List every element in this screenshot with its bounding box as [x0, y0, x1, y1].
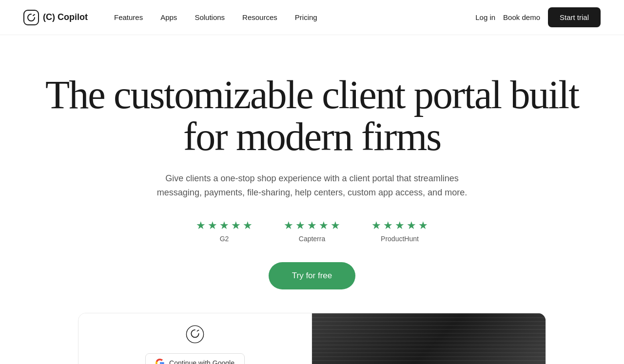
- preview-texture: [312, 313, 546, 364]
- g2-label: G2: [220, 235, 229, 243]
- svg-rect-0: [24, 10, 39, 25]
- preview-section: Continue with Google: [23, 313, 601, 364]
- g2-stars: ★ ★ ★ ★ ★: [196, 219, 253, 232]
- star-1: ★: [371, 219, 381, 232]
- nav-links: Features Apps Solutions Resources Pricin…: [107, 9, 475, 25]
- try-for-free-button[interactable]: Try for free: [269, 262, 356, 289]
- star-1: ★: [196, 219, 206, 232]
- preview-copilot-icon: [182, 325, 208, 344]
- star-4: ★: [407, 219, 416, 232]
- star-5: ★: [243, 219, 253, 232]
- nav-item-features[interactable]: Features: [107, 9, 150, 25]
- logo-icon: [23, 10, 39, 25]
- star-3: ★: [395, 219, 405, 232]
- ratings-row: ★ ★ ★ ★ ★ G2 ★ ★ ★ ★ ★ Capterra ★ ★ ★: [196, 219, 428, 243]
- logo-text: (C) Copilot: [43, 12, 88, 22]
- star-2: ★: [295, 219, 305, 232]
- star-4: ★: [231, 219, 241, 232]
- star-3: ★: [307, 219, 317, 232]
- producthunt-stars: ★ ★ ★ ★ ★: [371, 219, 428, 232]
- svg-point-1: [186, 326, 203, 343]
- logo[interactable]: (C) Copilot: [23, 10, 88, 25]
- capterra-stars: ★ ★ ★ ★ ★: [284, 219, 340, 232]
- nav-item-resources[interactable]: Resources: [235, 9, 284, 25]
- hero-title: The customizable client portal built for…: [44, 74, 580, 158]
- star-2: ★: [208, 219, 217, 232]
- google-continue-button[interactable]: Continue with Google: [145, 353, 245, 364]
- rating-g2: ★ ★ ★ ★ ★ G2: [196, 219, 253, 243]
- nav-actions: Log in Book demo Start trial: [475, 7, 601, 27]
- book-demo-link[interactable]: Book demo: [503, 13, 540, 21]
- rating-producthunt: ★ ★ ★ ★ ★ ProductHunt: [371, 219, 428, 243]
- nav-item-apps[interactable]: Apps: [154, 9, 184, 25]
- star-4: ★: [319, 219, 329, 232]
- preview-card: Continue with Google: [78, 313, 546, 364]
- capterra-label: Capterra: [299, 235, 325, 243]
- start-trial-button[interactable]: Start trial: [548, 7, 601, 27]
- star-3: ★: [219, 219, 229, 232]
- star-1: ★: [284, 219, 293, 232]
- nav-item-solutions[interactable]: Solutions: [188, 9, 232, 25]
- star-5: ★: [331, 219, 340, 232]
- rating-capterra: ★ ★ ★ ★ ★ Capterra: [284, 219, 340, 243]
- hero-section: The customizable client portal built for…: [0, 35, 624, 364]
- hero-subtitle: Give clients a one-stop shop experience …: [151, 172, 473, 200]
- star-5: ★: [418, 219, 428, 232]
- star-2: ★: [383, 219, 393, 232]
- login-link[interactable]: Log in: [475, 13, 495, 21]
- nav-item-pricing[interactable]: Pricing: [288, 9, 324, 25]
- google-button-label: Continue with Google: [169, 359, 234, 364]
- preview-image-panel: [312, 313, 546, 364]
- preview-login-panel: Continue with Google: [78, 313, 312, 364]
- google-icon: [156, 359, 164, 364]
- navbar: (C) Copilot Features Apps Solutions Reso…: [0, 0, 624, 35]
- producthunt-label: ProductHunt: [381, 235, 419, 243]
